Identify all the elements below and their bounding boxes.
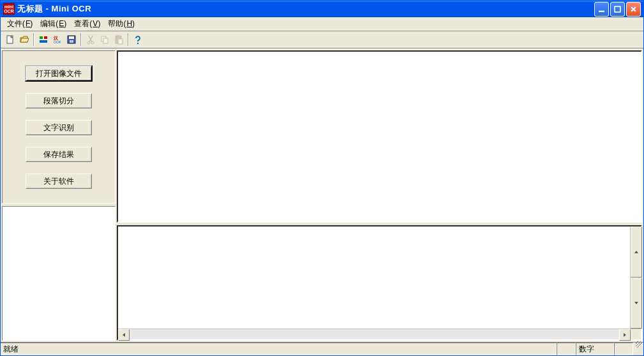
svg-text:OCR: OCR (54, 40, 61, 44)
toolbar-about-icon[interactable] (131, 33, 145, 47)
open-image-button[interactable]: 打开图像文件 (25, 65, 93, 82)
svg-rect-10 (70, 40, 73, 43)
svg-point-12 (91, 41, 94, 44)
image-view[interactable] (117, 50, 642, 223)
svg-point-18 (137, 43, 139, 44)
button-panel: 打开图像文件 段落切分 文字识别 保存结果 关于软件 (2, 50, 116, 204)
svg-rect-0 (599, 10, 604, 11)
svg-rect-5 (40, 40, 47, 43)
sidebar: 打开图像文件 段落切分 文字识别 保存结果 关于软件 (1, 49, 117, 342)
app-window: miniOCR 无标题 - Mini OCR 文件(F) 编辑(E) 查看(V)… (0, 0, 644, 356)
svg-rect-1 (615, 6, 620, 12)
scroll-corner (631, 329, 641, 339)
status-bar: 就绪 数字 (1, 342, 643, 355)
recognize-button[interactable]: 文字识别 (26, 120, 92, 135)
main-area: 打开图像文件 段落切分 文字识别 保存结果 关于软件 (1, 48, 643, 342)
status-pane-1 (557, 343, 576, 355)
toolbar-open-icon[interactable] (17, 33, 31, 47)
menu-edit[interactable]: 编辑(E) (36, 17, 70, 31)
svg-point-11 (87, 41, 90, 44)
right-panels (117, 50, 642, 341)
text-output-panel (117, 225, 642, 341)
status-pane-2 (614, 343, 633, 355)
toolbar-paste-icon[interactable] (112, 33, 126, 47)
svg-rect-17 (118, 39, 123, 44)
menu-help[interactable]: 帮助(H) (104, 17, 139, 31)
toolbar-copy-icon[interactable] (98, 33, 112, 47)
title-bar[interactable]: miniOCR 无标题 - Mini OCR (1, 1, 643, 17)
menu-file[interactable]: 文件(F) (3, 17, 36, 31)
about-button[interactable]: 关于软件 (26, 174, 92, 189)
toolbar-new-icon[interactable] (3, 33, 17, 47)
status-ready: 就绪 (1, 343, 557, 355)
svg-rect-3 (40, 36, 43, 39)
save-result-button[interactable]: 保存结果 (26, 147, 92, 162)
toolbar-ocr-icon[interactable]: 汉OCR (50, 33, 64, 47)
preview-panel (2, 206, 116, 341)
status-num: 数字 (576, 343, 614, 355)
toolbar-cut-icon[interactable] (84, 33, 98, 47)
svg-rect-14 (103, 38, 108, 43)
scroll-right-icon[interactable] (619, 329, 631, 341)
toolbar: 汉OCR (1, 31, 643, 48)
svg-rect-4 (44, 36, 47, 39)
minimize-button[interactable] (594, 2, 609, 17)
horizontal-scrollbar[interactable] (118, 329, 641, 339)
vertical-scrollbar[interactable] (630, 226, 641, 329)
svg-rect-16 (117, 36, 120, 38)
close-button[interactable] (626, 2, 641, 17)
menu-view[interactable]: 查看(V) (70, 17, 104, 31)
window-title: 无标题 - Mini OCR (17, 3, 91, 15)
segment-button[interactable]: 段落切分 (26, 93, 92, 108)
scroll-left-icon[interactable] (118, 329, 130, 341)
scroll-up-icon[interactable] (631, 226, 642, 278)
svg-rect-9 (69, 36, 74, 39)
text-output[interactable] (118, 226, 630, 329)
toolbar-save-icon[interactable] (64, 33, 79, 47)
app-icon: miniOCR (3, 3, 15, 15)
toolbar-lang-icon[interactable] (36, 33, 50, 47)
scroll-track-h[interactable] (130, 329, 619, 339)
menu-bar: 文件(F) 编辑(E) 查看(V) 帮助(H) (1, 17, 643, 31)
maximize-button[interactable] (610, 2, 625, 17)
scroll-down-icon[interactable] (631, 278, 642, 329)
